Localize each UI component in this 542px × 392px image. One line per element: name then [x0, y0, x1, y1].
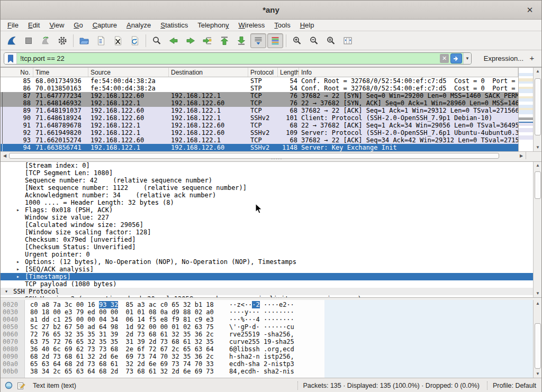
detail-line[interactable]: [Stream index: 0] — [1, 162, 534, 169]
title-bar[interactable]: *any ✕ — [1, 1, 541, 20]
scrollbar-thumb[interactable] — [535, 323, 541, 369]
scroll-left-icon[interactable]: ◀ — [1, 152, 9, 159]
zoom-in-button[interactable] — [289, 33, 305, 48]
go-forward-button[interactable] — [183, 33, 198, 48]
display-filter-field[interactable]: !tcp.port == 22 ✕ ▼ — [4, 52, 472, 65]
detail-line[interactable]: Sequence number: 42 (relative sequence n… — [1, 177, 534, 184]
menu-help[interactable]: Help — [295, 20, 319, 30]
menu-wireless[interactable]: Wireless — [234, 20, 270, 30]
packet-list-hscrollbar[interactable]: ◀ ▶ — [1, 151, 526, 159]
hex-row[interactable]: 008036 40 6c 69 62 73 73 68 2e 6f 72 67 … — [1, 345, 324, 353]
detail-line[interactable]: Window size value: 227 — [1, 214, 534, 221]
scrollbar-thumb[interactable] — [9, 153, 499, 159]
zoom-out-button[interactable] — [306, 33, 322, 48]
start-capture-button[interactable] — [4, 33, 20, 48]
menu-statistics[interactable]: Statistics — [156, 20, 193, 30]
collapsed-arrow-icon[interactable]: ▸ — [16, 258, 25, 266]
hex-row[interactable]: 00b038 34 2c 65 63 64 68 2d 73 68 61 32 … — [1, 368, 324, 375]
scroll-down-icon[interactable]: ▼ — [534, 144, 541, 151]
menu-view[interactable]: View — [44, 20, 69, 30]
detail-line[interactable]: [Checksum Status: Unverified] — [1, 243, 534, 251]
packet-row-90[interactable]: 9071.648618924192.168.122.60192.168.122.… — [1, 114, 518, 122]
collapsed-arrow-icon[interactable]: ▸ — [16, 266, 25, 273]
detail-line[interactable]: 1000 .... = Header Length: 32 bytes (8) — [1, 199, 534, 206]
menu-analyze[interactable]: Analyze — [122, 20, 156, 30]
hex-row[interactable]: 0040a1 dd c1 25 00 00 04 34 06 14 f5 e8 … — [1, 316, 324, 323]
hex-dump[interactable]: 0020c0 a8 7a 3c 00 16 93 32 85 a3 ac c0 … — [1, 300, 324, 378]
hex-row[interactable]: 009068 2d 73 68 61 32 2d 6e 69 73 74 70 … — [1, 353, 324, 360]
expert-info-button[interactable] — [5, 381, 13, 389]
column-header-destination[interactable]: Destination — [169, 68, 248, 77]
detail-line[interactable]: ▸[Timestamps] — [1, 273, 534, 280]
restart-capture-button[interactable] — [38, 33, 53, 48]
menu-telephony[interactable]: Telephony — [193, 20, 233, 30]
save-file-button[interactable] — [93, 33, 109, 48]
detail-line[interactable]: TCP payload (1080 bytes) — [1, 280, 534, 288]
intelligent-scrollbar-minimap[interactable] — [518, 68, 534, 151]
close-window-icon[interactable]: ✕ — [525, 5, 535, 15]
add-filter-button[interactable]: + — [527, 53, 537, 63]
go-back-button[interactable] — [166, 33, 182, 48]
scroll-right-icon[interactable]: ▶ — [517, 152, 526, 159]
bytes-vscrollbar[interactable]: ▲ ▼ — [533, 300, 541, 378]
detail-line[interactable]: [Next sequence number: 1122 (relative se… — [1, 184, 534, 192]
capture-comment-button[interactable] — [17, 381, 25, 390]
scrollbar-thumb[interactable] — [535, 171, 541, 199]
detail-line[interactable]: ▾SSH Protocol — [1, 288, 534, 295]
reload-file-button[interactable] — [127, 33, 143, 48]
column-header-no[interactable]: No. — [1, 68, 33, 77]
packet-list-vscrollbar[interactable]: ▲ ▼ — [533, 68, 541, 151]
collapsed-arrow-icon[interactable]: ▸ — [16, 273, 25, 280]
packet-row-87[interactable]: 8771.647777234192.168.122.60192.168.122.… — [1, 92, 518, 99]
expanded-arrow-icon[interactable]: ▾ — [5, 288, 13, 295]
hex-row[interactable]: 007063 75 72 76 65 32 35 35 31 39 2d 73 … — [1, 338, 324, 345]
column-header-length[interactable]: Length — [278, 68, 299, 77]
scroll-down-icon[interactable]: ▼ — [534, 370, 541, 378]
column-header-time[interactable]: Time — [33, 68, 88, 77]
detail-line[interactable]: ▸Options: (12 bytes), No-Operation (NOP)… — [1, 258, 534, 266]
colorize-button[interactable] — [267, 33, 283, 48]
detail-line[interactable]: ▸[SEQ/ACK analysis] — [1, 266, 534, 273]
go-bottom-button[interactable] — [233, 33, 249, 48]
column-header-source[interactable]: Source — [88, 68, 169, 77]
menu-go[interactable]: Go — [69, 20, 87, 30]
scroll-up-icon[interactable]: ▲ — [534, 300, 541, 307]
packet-row-89[interactable]: 8971.648191037192.168.122.60192.168.122.… — [1, 107, 518, 114]
hex-row[interactable]: 00a065 63 64 68 2d 73 68 61 32 2d 6e 69 … — [1, 360, 324, 368]
packet-row-91[interactable]: 9171.648789678192.168.122.1192.168.122.6… — [1, 122, 518, 129]
detail-line[interactable]: [Window size scaling factor: 128] — [1, 229, 534, 236]
hex-row[interactable]: 00505c 27 b2 67 50 ad 64 98 1d 92 00 00 … — [1, 323, 324, 331]
auto-scroll-button[interactable] — [250, 33, 266, 48]
stop-capture-button[interactable] — [21, 33, 37, 48]
detail-line[interactable]: [Calculated window size: 29056] — [1, 221, 534, 229]
status-profile[interactable]: Profile: Default — [493, 382, 536, 389]
filter-input[interactable]: !tcp.port == 22 — [17, 54, 440, 62]
menu-tools[interactable]: Tools — [269, 20, 295, 30]
packet-row-94[interactable]: 9471.663856741192.168.122.1192.168.122.6… — [1, 144, 518, 151]
details-vscrollbar[interactable]: ▲ ▼ — [533, 162, 541, 297]
expression-button[interactable]: Expression... — [484, 54, 523, 62]
scroll-up-icon[interactable]: ▲ — [534, 68, 541, 75]
detail-line[interactable]: ▸Flags: 0x018 (PSH, ACK) — [1, 206, 534, 214]
open-file-button[interactable] — [76, 33, 92, 48]
zoom-original-button[interactable] — [323, 33, 339, 48]
scrollbar-thumb[interactable] — [535, 78, 541, 135]
detail-line[interactable]: Acknowledgment number: 34 (relative ack … — [1, 192, 534, 199]
hex-row[interactable]: 003080 18 00 e3 79 ed 00 00 01 01 08 0a … — [1, 308, 324, 316]
packet-row-85[interactable]: 8568.001734936fe:54:00:d4:38:2aSTP54Conf… — [1, 77, 518, 85]
column-header-protocol[interactable]: Protocol — [248, 68, 278, 77]
find-packet-button[interactable] — [149, 33, 165, 48]
close-file-button[interactable] — [110, 33, 126, 48]
hex-row[interactable]: 0020c0 a8 7a 3c 00 16 93 32 85 a3 ac c0 … — [1, 301, 324, 308]
resize-columns-button[interactable] — [340, 33, 356, 48]
packet-row-86[interactable]: 8670.013850163fe:54:00:d4:38:2aSTP54Conf… — [1, 85, 518, 92]
packet-row-92[interactable]: 9271.661949820192.168.122.1192.168.122.6… — [1, 129, 518, 136]
menu-capture[interactable]: Capture — [88, 20, 122, 30]
collapsed-arrow-icon[interactable]: ▸ — [16, 206, 25, 214]
detail-line[interactable]: Checksum: 0x79ed [unverified] — [1, 236, 534, 243]
menu-file[interactable]: File — [3, 20, 23, 30]
go-top-button[interactable] — [216, 33, 232, 48]
scroll-up-icon[interactable]: ▲ — [534, 162, 541, 169]
filter-bookmark-button[interactable] — [4, 53, 17, 64]
filter-clear-button[interactable]: ✕ — [440, 54, 449, 63]
